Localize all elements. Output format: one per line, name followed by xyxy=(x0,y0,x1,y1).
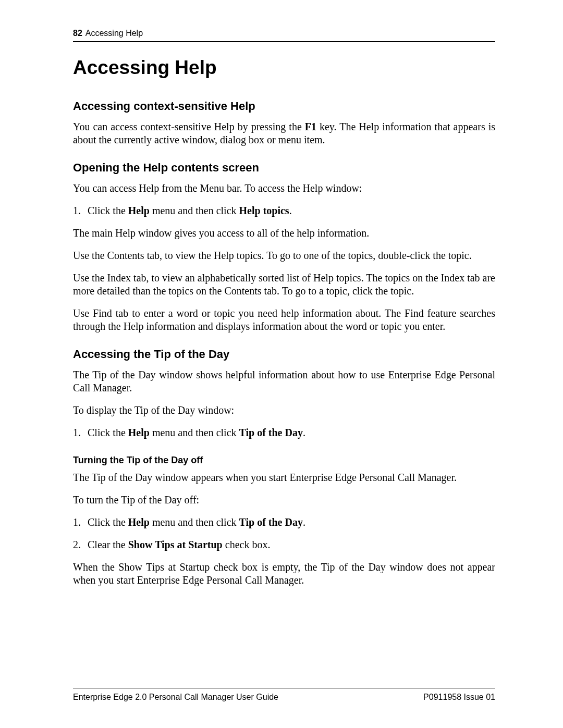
paragraph: Use Find tab to enter a word or topic yo… xyxy=(73,307,495,333)
text-run: Help xyxy=(128,205,150,216)
sections-container: Accessing context-sensitive HelpYou can … xyxy=(73,100,495,587)
text-run: . xyxy=(303,516,305,528)
paragraph: Use the Contents tab, to view the Help t… xyxy=(73,249,495,262)
paragraph: You can access context-sensitive Help by… xyxy=(73,120,495,146)
page-footer: Enterprise Edge 2.0 Personal Call Manage… xyxy=(73,688,495,702)
paragraph: The main Help window gives you access to… xyxy=(73,227,495,240)
page-header: 82 Accessing Help xyxy=(73,29,495,42)
text-run: . xyxy=(289,205,292,216)
section-heading: Accessing the Tip of the Day xyxy=(73,348,495,361)
running-title: Accessing Help xyxy=(85,29,143,38)
subsection-heading: Turning the Tip of the Day off xyxy=(73,455,495,466)
text-run: menu and then click xyxy=(150,516,239,528)
text-run: To turn the Tip of the Day off: xyxy=(73,494,199,505)
text-run: Clear the xyxy=(88,539,128,550)
paragraph: Use the Index tab, to view an alphabetic… xyxy=(73,272,495,298)
section-heading: Opening the Help contents screen xyxy=(73,161,495,175)
text-run: Use the Contents tab, to view the Help t… xyxy=(73,250,472,261)
text-run: Tip of the Day xyxy=(239,516,303,528)
text-run: The main Help window gives you access to… xyxy=(73,227,369,239)
text-run: Tip of the Day xyxy=(239,427,303,438)
list-text: Click the Help menu and then click Tip o… xyxy=(88,516,305,529)
section-heading: Accessing context-sensitive Help xyxy=(73,100,495,113)
list-number: 1. xyxy=(73,204,88,217)
footer-right: P0911958 Issue 01 xyxy=(423,693,495,702)
numbered-list-item: 2.Clear the Show Tips at Startup check b… xyxy=(73,538,495,551)
text-run: Show Tips at Startup xyxy=(128,539,223,550)
text-run: Use Find tab to enter a word or topic yo… xyxy=(73,307,495,332)
text-run: F1 xyxy=(305,121,316,132)
paragraph: To display the Tip of the Day window: xyxy=(73,404,495,417)
numbered-list-item: 1.Click the Help menu and then click Hel… xyxy=(73,204,495,217)
list-number: 1. xyxy=(73,426,88,439)
text-run: Help xyxy=(128,516,150,528)
page-number: 82 xyxy=(73,29,82,38)
paragraph: The Tip of the Day window shows helpful … xyxy=(73,368,495,394)
text-run: You can access Help from the Menu bar. T… xyxy=(73,182,362,194)
text-run: The Tip of the Day window appears when y… xyxy=(73,472,457,483)
list-text: Click the Help menu and then click Tip o… xyxy=(88,426,305,439)
list-text: Clear the Show Tips at Startup check box… xyxy=(88,538,270,551)
text-run: check box. xyxy=(223,539,271,550)
text-run: When the Show Tips at Startup check box … xyxy=(73,561,495,586)
document-page: 82 Accessing Help Accessing Help Accessi… xyxy=(0,0,563,728)
text-run: Click the xyxy=(88,516,128,528)
text-run: Use the Index tab, to view an alphabetic… xyxy=(73,272,495,297)
text-run: The Tip of the Day window shows helpful … xyxy=(73,369,495,393)
text-run: Click the xyxy=(88,205,128,216)
paragraph: When the Show Tips at Startup check box … xyxy=(73,561,495,587)
numbered-list-item: 1.Click the Help menu and then click Tip… xyxy=(73,516,495,529)
text-run: To display the Tip of the Day window: xyxy=(73,404,234,416)
text-run: menu and then click xyxy=(150,427,239,438)
text-run: menu and then click xyxy=(150,205,239,216)
list-number: 1. xyxy=(73,516,88,529)
text-run: Help xyxy=(128,427,150,438)
paragraph: You can access Help from the Menu bar. T… xyxy=(73,182,495,195)
numbered-list-item: 1.Click the Help menu and then click Tip… xyxy=(73,426,495,439)
list-text: Click the Help menu and then click Help … xyxy=(88,204,292,217)
text-run: Help topics xyxy=(239,205,289,216)
text-run: . xyxy=(303,427,305,438)
paragraph: The Tip of the Day window appears when y… xyxy=(73,471,495,484)
list-number: 2. xyxy=(73,538,88,551)
page-title: Accessing Help xyxy=(73,57,495,79)
paragraph: To turn the Tip of the Day off: xyxy=(73,493,495,507)
text-run: Click the xyxy=(88,427,128,438)
text-run: You can access context-sensitive Help by… xyxy=(73,121,305,132)
footer-left: Enterprise Edge 2.0 Personal Call Manage… xyxy=(73,693,278,702)
